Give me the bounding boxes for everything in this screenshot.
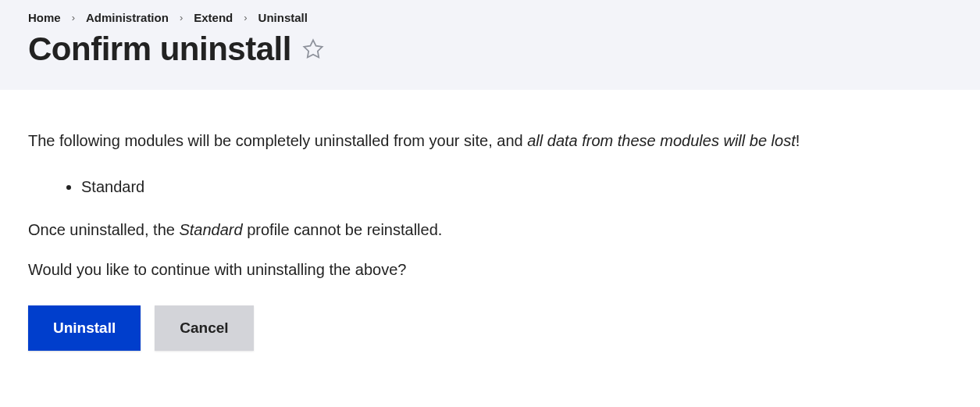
warning-suffix: profile cannot be reinstalled. [243, 221, 443, 238]
button-row: Uninstall Cancel [28, 305, 952, 351]
warning-prefix: Once uninstalled, the [28, 221, 179, 238]
uninstall-description: The following modules will be completely… [28, 129, 952, 152]
uninstall-button[interactable]: Uninstall [28, 305, 141, 351]
confirm-question: Would you like to continue with uninstal… [28, 261, 952, 279]
reinstall-warning: Once uninstalled, the Standard profile c… [28, 221, 952, 239]
chevron-right-icon: › [72, 12, 75, 23]
description-emphasis: all data from these modules will be lost [527, 132, 796, 149]
breadcrumb-uninstall[interactable]: Uninstall [258, 11, 308, 24]
page-title: Confirm uninstall [28, 30, 291, 68]
module-list: Standard [28, 174, 952, 199]
breadcrumb: Home › Administration › Extend › Uninsta… [28, 11, 952, 24]
breadcrumb-extend[interactable]: Extend [194, 11, 233, 24]
svg-marker-0 [304, 40, 322, 57]
page-title-row: Confirm uninstall [28, 30, 952, 68]
warning-emphasis: Standard [179, 221, 242, 238]
breadcrumb-home[interactable]: Home [28, 11, 61, 24]
module-list-item: Standard [81, 174, 952, 199]
cancel-button[interactable]: Cancel [155, 305, 253, 351]
star-icon[interactable] [302, 38, 324, 60]
description-suffix: ! [796, 132, 800, 149]
content-region: The following modules will be completely… [0, 90, 980, 374]
chevron-right-icon: › [244, 12, 247, 23]
description-prefix: The following modules will be completely… [28, 132, 527, 149]
chevron-right-icon: › [180, 12, 183, 23]
header-region: Home › Administration › Extend › Uninsta… [0, 0, 980, 90]
breadcrumb-administration[interactable]: Administration [86, 11, 169, 24]
